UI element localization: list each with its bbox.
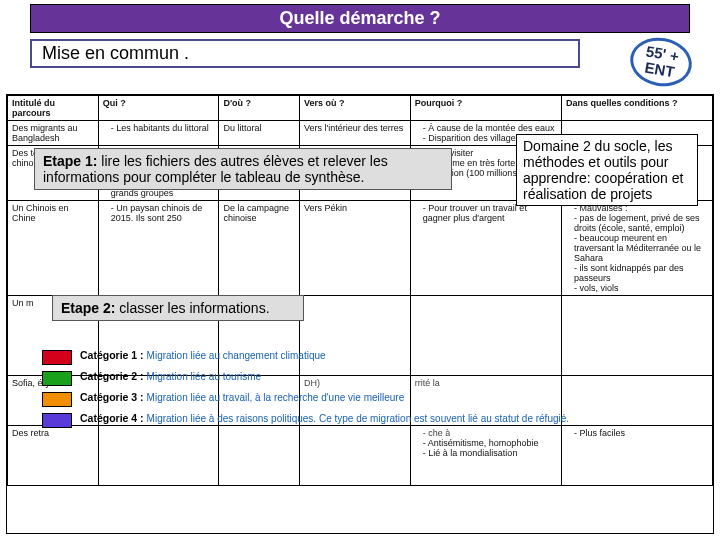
domain-box: Domaine 2 du socle, les méthodes et outi… bbox=[516, 134, 698, 206]
th-title: Intitulé du parcours bbox=[8, 96, 99, 121]
cat-text: Migration liée au tourisme bbox=[147, 371, 262, 382]
category-row: Catégorie 4 :Migration liée à des raison… bbox=[42, 413, 582, 428]
cat-text: Migration liée à des raisons politiques.… bbox=[147, 413, 569, 424]
cat-label: Catégorie 2 : bbox=[80, 370, 144, 382]
th-to: Vers où ? bbox=[300, 96, 411, 121]
th-why: Pourquoi ? bbox=[410, 96, 561, 121]
cat-label: Catégorie 3 : bbox=[80, 391, 144, 403]
cell bbox=[98, 426, 219, 486]
cell: Pour trouver un travail et gagner plus d… bbox=[410, 201, 561, 296]
category-legend: Catégorie 1 :Migration liée au changemen… bbox=[42, 350, 582, 434]
cat-label: Catégorie 1 : bbox=[80, 349, 144, 361]
etape-1-label: Etape 1: bbox=[43, 153, 97, 169]
cat-label: Catégorie 4 : bbox=[80, 412, 144, 424]
page-title: Quelle démarche ? bbox=[279, 8, 440, 28]
badge-line2: ENT bbox=[643, 59, 675, 80]
cell: Vers Pékin bbox=[300, 201, 411, 296]
cell: Un Chinois en Chine bbox=[8, 201, 99, 296]
cat-text: Migration liée au travail, à la recherch… bbox=[147, 392, 405, 403]
cell bbox=[561, 296, 712, 376]
subheader-text: Mise en commun . bbox=[42, 43, 189, 63]
category-row: Catégorie 1 :Migration liée au changemen… bbox=[42, 350, 582, 365]
table-header-row: Intitulé du parcours Qui ? D'où ? Vers o… bbox=[8, 96, 713, 121]
cell: che à Antisémitisme, homophobie Lié à la… bbox=[410, 426, 561, 486]
swatch-3 bbox=[42, 392, 72, 407]
cell bbox=[219, 426, 300, 486]
time-badge: 55' + ENT bbox=[626, 33, 695, 91]
category-row: Catégorie 2 :Migration liée au tourisme bbox=[42, 371, 582, 386]
etape-1-box: Etape 1: lire les fichiers des autres él… bbox=[34, 148, 452, 190]
table-row: Des retra che à Antisémitisme, homophobi… bbox=[8, 426, 713, 486]
th-from: D'où ? bbox=[219, 96, 300, 121]
cell: Du littoral bbox=[219, 121, 300, 146]
cell: Un paysan chinois de 2015. Ils sont 250 bbox=[98, 201, 219, 296]
th-cond: Dans quelles conditions ? bbox=[561, 96, 712, 121]
cell: Des retra bbox=[8, 426, 99, 486]
subheader-box: Mise en commun . bbox=[30, 39, 580, 68]
etape-2-label: Etape 2: bbox=[61, 300, 115, 316]
cell: Des migrants au Bangladesh bbox=[8, 121, 99, 146]
swatch-1 bbox=[42, 350, 72, 365]
th-who: Qui ? bbox=[98, 96, 219, 121]
etape-2-text: classer les informations. bbox=[115, 300, 269, 316]
etape-2-box: Etape 2: classer les informations. bbox=[52, 295, 304, 321]
swatch-2 bbox=[42, 371, 72, 386]
domain-text: Domaine 2 du socle, les méthodes et outi… bbox=[523, 138, 683, 202]
cell: De la campagne chinoise bbox=[219, 201, 300, 296]
cell: Les habitants du littoral bbox=[98, 121, 219, 146]
cell bbox=[561, 376, 712, 426]
cell: Mauvaises : pas de logement, privé de se… bbox=[561, 201, 712, 296]
swatch-4 bbox=[42, 413, 72, 428]
table-row: Un Chinois en Chine Un paysan chinois de… bbox=[8, 201, 713, 296]
cell: Plus faciles bbox=[561, 426, 712, 486]
cell: Vers l'intérieur des terres bbox=[300, 121, 411, 146]
cat-text: Migration liée au changement climatique bbox=[147, 350, 326, 361]
page-header: Quelle démarche ? bbox=[30, 4, 690, 33]
category-row: Catégorie 3 :Migration liée au travail, … bbox=[42, 392, 582, 407]
cell bbox=[300, 426, 411, 486]
